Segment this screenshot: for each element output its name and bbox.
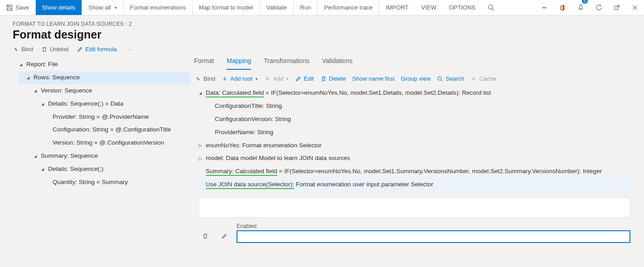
- edit-formula-button[interactable]: Edit formula: [77, 46, 116, 53]
- show-all-button[interactable]: Show all ▾: [82, 0, 123, 15]
- node-label: Details: Sequence(;): [48, 165, 103, 174]
- svg-point-3: [489, 5, 493, 9]
- more-button[interactable]: ···: [125, 46, 133, 53]
- edit-button[interactable]: Edit: [295, 75, 314, 82]
- show-name-label: Show name first: [352, 75, 394, 82]
- enabled-input[interactable]: [237, 230, 630, 243]
- close-button[interactable]: [626, 0, 644, 15]
- view-button[interactable]: VIEW: [415, 0, 442, 15]
- tab-transformations[interactable]: Transformations: [264, 56, 310, 70]
- expand-icon[interactable]: [33, 88, 38, 93]
- details-panel: [199, 198, 630, 218]
- expand-icon[interactable]: [198, 155, 203, 162]
- group-view-label: Group view: [401, 75, 431, 82]
- node-label: ProviderName: String: [215, 128, 273, 137]
- tab-mapping[interactable]: Mapping: [227, 56, 251, 70]
- tree-node-use-join[interactable]: Use JOIN data source(Selector): Format e…: [194, 178, 632, 191]
- notifications-button[interactable]: 0: [571, 0, 590, 15]
- property-row: Enabled: [192, 221, 644, 245]
- tree-node-version-string[interactable]: Version: String = @.ConfigurationVersion: [18, 136, 190, 150]
- import-button[interactable]: IMPORT: [379, 0, 415, 15]
- show-details-button[interactable]: Show details: [36, 0, 82, 15]
- edit-property-button[interactable]: [218, 229, 231, 243]
- tree-node-details2[interactable]: Details: Sequence(;): [18, 163, 190, 176]
- node-label: Version: Sequence: [41, 87, 92, 95]
- office-icon[interactable]: [553, 0, 571, 15]
- popout-button[interactable]: [608, 0, 626, 15]
- node-label: ConfigurationVersion: String: [215, 115, 291, 124]
- refresh-button[interactable]: [590, 0, 608, 15]
- trash-icon: [41, 46, 48, 53]
- unbind-button[interactable]: Unbind: [41, 46, 68, 53]
- tree-node-summary-seq[interactable]: Summary: Sequence: [18, 150, 190, 163]
- svg-rect-2: [8, 8, 11, 10]
- connector-icon[interactable]: [535, 0, 553, 15]
- expand-icon[interactable]: [25, 75, 31, 80]
- tree-node-conf-title[interactable]: ConfigurationTitle: String: [194, 100, 632, 113]
- expand-icon[interactable]: [33, 154, 38, 159]
- tab-format[interactable]: Format: [194, 56, 214, 70]
- tree-node-data[interactable]: Data: Calculated field = IF(Selector=enu…: [194, 87, 632, 100]
- performance-trace-button[interactable]: Performance trace: [318, 0, 379, 15]
- pencil-icon: [221, 233, 228, 239]
- chevron-down-icon: ▾: [256, 77, 258, 81]
- mapping-pane: Format Mapping Transformations Validatio…: [190, 56, 644, 267]
- group-view-button[interactable]: Group view: [401, 75, 431, 82]
- plus-icon: [470, 76, 477, 82]
- tree-node-quantity[interactable]: Quantity: String = Summary: [18, 176, 190, 189]
- svg-rect-1: [8, 5, 10, 7]
- cache-button[interactable]: Cache: [470, 75, 496, 82]
- tree-node-summary[interactable]: Summary: Calculated field = IF(Selector=…: [194, 165, 632, 178]
- tree-node-rows[interactable]: Rows: Sequence: [18, 71, 190, 84]
- bind-button[interactable]: Bind: [13, 46, 33, 53]
- plus-icon: [222, 76, 228, 82]
- tree-node-enum[interactable]: enumNoYes: Format enumeration Selector: [194, 139, 632, 152]
- tree-node-provider[interactable]: Provider: String = @.ProviderName: [18, 111, 190, 124]
- expand-icon[interactable]: [40, 167, 45, 172]
- format-enumerations-button[interactable]: Format enumerations: [124, 0, 193, 15]
- link-icon: [195, 76, 201, 82]
- tree-node-conf-version[interactable]: ConfigurationVersion: String: [194, 113, 632, 126]
- data-label: Data: Calculated field: [206, 89, 264, 97]
- expand-icon[interactable]: [198, 142, 203, 149]
- delete-button[interactable]: Delete: [320, 75, 346, 82]
- tree-node-configuration[interactable]: Configuration: String = @.ConfigurationT…: [18, 123, 190, 136]
- add-button[interactable]: Add ▾: [264, 75, 289, 82]
- save-button[interactable]: Save: [0, 0, 36, 15]
- close-icon: [632, 5, 638, 11]
- tree-node-version-seq[interactable]: Version: Sequence: [18, 84, 190, 97]
- bind-button-right[interactable]: Bind: [195, 75, 215, 82]
- node-label: model: Data model Model to learn JOIN da…: [206, 154, 350, 163]
- expand-icon[interactable]: [18, 62, 24, 67]
- bind-label: Bind: [21, 46, 33, 53]
- tree-node-model[interactable]: model: Data model Model to learn JOIN da…: [194, 152, 632, 165]
- tree-node-details-seq[interactable]: Details: Sequence(;) = Data: [18, 97, 190, 111]
- show-name-first-button[interactable]: Show name first: [352, 75, 394, 82]
- map-format-button[interactable]: Map format to model: [193, 0, 260, 15]
- expand-icon[interactable]: [40, 102, 45, 107]
- svg-rect-7: [615, 6, 618, 10]
- notification-count: 0: [582, 0, 588, 4]
- cache-label: Cache: [479, 75, 496, 82]
- validate-button[interactable]: Validate: [260, 0, 294, 15]
- run-button[interactable]: Run: [294, 0, 318, 15]
- add-root-button[interactable]: Add root ▾: [222, 75, 258, 82]
- save-label: Save: [15, 4, 29, 11]
- left-toolbar: Bind Unbind Edit formula ···: [0, 44, 644, 56]
- map-format-label: Map format to model: [199, 4, 253, 11]
- edit-label: Edit: [304, 75, 314, 82]
- tree-node-report[interactable]: Report: File: [18, 58, 190, 71]
- enabled-field: Enabled: [237, 223, 630, 243]
- tree-node-provider-name[interactable]: ProviderName: String: [194, 126, 632, 139]
- format-tree: Report: File Rows: Sequence Version: Seq…: [18, 58, 190, 189]
- delete-property-button[interactable]: [199, 229, 212, 243]
- page-header: FORMAT TO LEARN JOIN DATA SOURCES : 2 Fo…: [0, 15, 644, 44]
- tab-validations[interactable]: Validations: [322, 56, 353, 70]
- expand-icon[interactable]: [198, 91, 203, 96]
- breadcrumb: FORMAT TO LEARN JOIN DATA SOURCES : 2: [13, 21, 631, 28]
- options-button[interactable]: OPTIONS: [443, 0, 482, 15]
- mapping-tree: Data: Calculated field = IF(Selector=enu…: [192, 87, 644, 191]
- search-button-right[interactable]: Search: [437, 75, 464, 82]
- search-icon: [437, 76, 443, 82]
- search-button[interactable]: [482, 0, 500, 15]
